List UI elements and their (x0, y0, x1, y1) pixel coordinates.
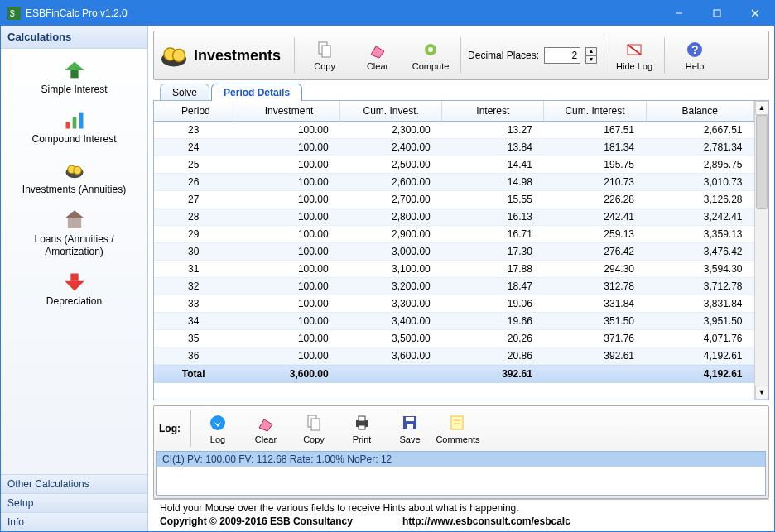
table-cell: 276.42 (544, 243, 646, 261)
sidebar-item-label: Investments (Annuities) (22, 184, 126, 195)
footer-cell: 392.61 (442, 365, 544, 384)
table-cell: 16.13 (442, 208, 544, 226)
minimize-button[interactable] (660, 1, 698, 26)
table-row[interactable]: 33100.003,300.0019.06331.843,831.84 (154, 295, 754, 313)
help-button[interactable]: ?Help (672, 35, 718, 76)
copy-button[interactable]: Copy (301, 35, 348, 76)
table-cell: 31 (154, 261, 238, 278)
scroll-down[interactable]: ▼ (755, 386, 768, 400)
clear-button[interactable]: Clear (354, 35, 401, 76)
table-cell: 34 (154, 313, 238, 330)
hide-log-button[interactable]: Hide Log (611, 35, 657, 76)
decimal-label: Decimal Places: (468, 50, 539, 61)
gear-icon (421, 40, 440, 60)
table-cell: 2,600.00 (340, 174, 442, 191)
log-button[interactable]: Log (196, 410, 239, 448)
table-row[interactable]: 30100.003,000.0017.30276.423,476.42 (154, 243, 754, 261)
svg-marker-23 (371, 46, 384, 58)
table-cell: 3,000.00 (340, 243, 442, 261)
table-row[interactable]: 32100.003,200.0018.47312.783,712.78 (154, 278, 754, 295)
table-cell: 32 (154, 278, 238, 295)
svg-rect-40 (407, 424, 413, 429)
svg-marker-14 (65, 211, 84, 218)
table-cell: 100.00 (238, 139, 339, 156)
log-clear-button[interactable]: Clear (244, 410, 287, 448)
status-hint: Hold your Mouse over the various fields … (160, 502, 763, 514)
column-header[interactable]: Investment (238, 101, 339, 122)
column-header[interactable]: Interest (442, 101, 544, 122)
simple-interest-icon (63, 59, 86, 82)
svg-rect-22 (322, 46, 330, 57)
log-save-button[interactable]: Save (388, 410, 431, 448)
copy-icon (315, 40, 335, 60)
scroll-up[interactable]: ▲ (755, 101, 768, 115)
table-row[interactable]: 27100.002,700.0015.55226.283,126.28 (154, 191, 754, 208)
sidebar: Calculations Simple Interest Compound In… (1, 26, 148, 531)
table-cell: 3,300.00 (340, 295, 442, 313)
log-print-button[interactable]: Print (340, 410, 383, 448)
table-cell: 3,600.00 (340, 347, 442, 365)
log-label: Log: (159, 423, 181, 434)
sidebar-link-other[interactable]: Other Calculations (1, 474, 147, 493)
sidebar-item-simple-interest[interactable]: Simple Interest (17, 55, 132, 98)
table-row[interactable]: 28100.002,800.0016.13242.413,242.41 (154, 208, 754, 226)
svg-rect-39 (406, 417, 414, 421)
tab-period-details[interactable]: Period Details (211, 84, 302, 101)
table-cell: 33 (154, 295, 238, 313)
tab-solve[interactable]: Solve (160, 84, 209, 101)
sidebar-item-compound-interest[interactable]: Compound Interest (17, 105, 132, 148)
log-entry[interactable]: CI(1) PV: 100.00 FV: 112.68 Rate: 1.00% … (157, 452, 765, 467)
decimal-down[interactable]: ▼ (585, 55, 597, 64)
statusbar: Hold your Mouse over the various fields … (153, 499, 769, 530)
decimal-up[interactable]: ▲ (585, 47, 597, 55)
table-scrollbar[interactable]: ▲ ▼ (754, 101, 768, 400)
svg-point-25 (428, 47, 433, 52)
svg-text:$: $ (10, 9, 15, 18)
table-row[interactable]: 25100.002,500.0014.41195.752,895.75 (154, 156, 754, 174)
table-cell: 28 (154, 208, 238, 226)
sidebar-item-depreciation[interactable]: Depreciation (17, 267, 132, 310)
scroll-thumb[interactable] (756, 115, 768, 209)
decimal-places-input[interactable] (544, 47, 580, 64)
sidebar-link-info[interactable]: Info (1, 512, 147, 531)
log-icon (208, 413, 228, 433)
table-row[interactable]: 31100.003,100.0017.88294.303,594.30 (154, 261, 754, 278)
table-cell: 14.41 (442, 156, 544, 174)
status-copyright: Copyright © 2009-2016 ESB Consultancy (160, 515, 353, 527)
table-row[interactable]: 29100.002,900.0016.71259.133,359.13 (154, 226, 754, 243)
column-header[interactable]: Period (154, 101, 238, 122)
sidebar-link-setup[interactable]: Setup (1, 493, 147, 512)
table-cell: 2,700.00 (340, 191, 442, 208)
table-row[interactable]: 35100.003,500.0020.26371.764,071.76 (154, 330, 754, 347)
table-cell: 18.47 (442, 278, 544, 295)
table-row[interactable]: 26100.002,600.0014.98210.733,010.73 (154, 174, 754, 191)
column-header[interactable]: Cum. Interest (544, 101, 646, 122)
compute-button[interactable]: Compute (407, 35, 454, 76)
log-comments-button[interactable]: Comments (436, 410, 479, 448)
maximize-button[interactable] (698, 1, 736, 26)
column-header[interactable]: Cum. Invest. (340, 101, 442, 122)
panel-title: Investments (194, 47, 281, 65)
svg-point-20 (173, 50, 185, 62)
table-cell: 100.00 (238, 208, 339, 226)
svg-rect-37 (359, 425, 365, 429)
table-row[interactable]: 24100.002,400.0013.84181.342,781.34 (154, 139, 754, 156)
print-icon (352, 413, 372, 433)
table-cell: 30 (154, 243, 238, 261)
log-content[interactable]: CI(1) PV: 100.00 FV: 112.68 Rate: 1.00% … (156, 451, 766, 496)
table-cell: 2,667.51 (646, 122, 753, 139)
column-header[interactable]: Balance (646, 101, 753, 122)
table-cell: 29 (154, 226, 238, 243)
table-cell: 167.51 (544, 122, 646, 139)
log-copy-button[interactable]: Copy (292, 410, 335, 448)
table-row[interactable]: 23100.002,300.0013.27167.512,667.51 (154, 122, 754, 139)
table-cell: 3,712.78 (646, 278, 753, 295)
close-button[interactable] (736, 1, 774, 26)
table-cell: 3,951.50 (646, 313, 753, 330)
sidebar-item-loans[interactable]: Loans (Annuities / Amortization) (17, 205, 132, 261)
svg-marker-17 (65, 281, 84, 291)
table-row[interactable]: 36100.003,600.0020.86392.614,192.61 (154, 347, 754, 365)
table-cell: 331.84 (544, 295, 646, 313)
table-row[interactable]: 34100.003,400.0019.66351.503,951.50 (154, 313, 754, 330)
sidebar-item-investments[interactable]: Investments (Annuities) (17, 156, 132, 199)
